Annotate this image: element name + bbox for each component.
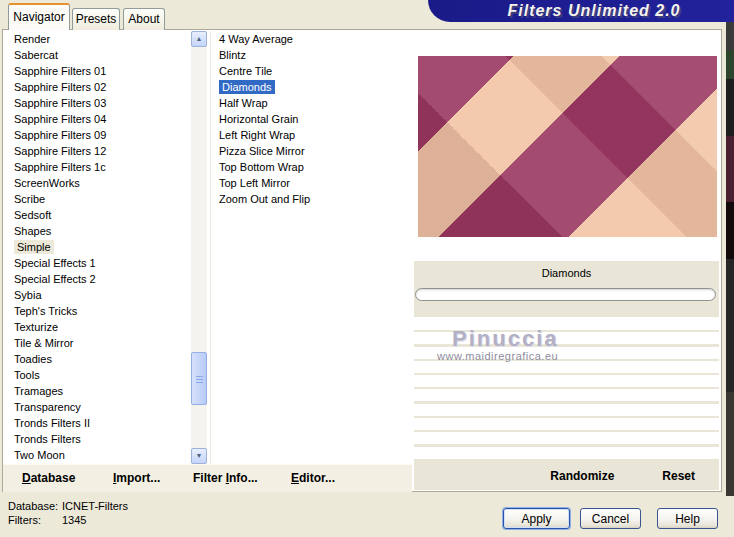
- list-item[interactable]: 4 Way Average: [213, 31, 408, 47]
- menu-bar: DatabaseImport...Filter Info...Editor...: [3, 464, 412, 492]
- reset-button[interactable]: Reset: [662, 469, 695, 483]
- status-database-label: Database:: [8, 500, 58, 512]
- list-item[interactable]: Tools: [8, 367, 190, 383]
- menu-item-import[interactable]: Import...: [113, 471, 160, 485]
- status-database-value: ICNET-Filters: [62, 500, 128, 512]
- scroll-up-icon[interactable]: ▲: [191, 31, 207, 47]
- status-filters: Filters: 1345: [8, 514, 41, 526]
- list-item[interactable]: Simple: [8, 239, 190, 255]
- title-banner: Filters Unlimited 2.0: [428, 0, 734, 22]
- category-list-scrollbar[interactable]: ▲ ▼: [191, 31, 207, 464]
- menu-item-editor[interactable]: Editor...: [291, 471, 335, 485]
- apply-button[interactable]: Apply: [503, 508, 570, 529]
- cancel-button[interactable]: Cancel: [580, 508, 641, 529]
- list-item[interactable]: Render: [8, 31, 190, 47]
- menu-item-filter-info[interactable]: Filter Info...: [193, 471, 258, 485]
- status-filters-value: 1345: [62, 514, 86, 526]
- list-item[interactable]: Shapes: [8, 223, 190, 239]
- list-item[interactable]: Sedsoft: [8, 207, 190, 223]
- scrollbar-thumb[interactable]: [191, 352, 207, 405]
- tab-about[interactable]: About: [123, 8, 165, 30]
- tab-presets[interactable]: Presets: [72, 8, 120, 30]
- list-item[interactable]: Tile & Mirror: [8, 335, 190, 351]
- list-item[interactable]: Tronds Filters: [8, 431, 190, 447]
- list-item[interactable]: Sapphire Filters 09: [8, 127, 190, 143]
- filter-control-block: Diamonds: [414, 261, 719, 317]
- list-item[interactable]: ScreenWorks: [8, 175, 190, 191]
- menu-item-database[interactable]: Database: [22, 471, 75, 485]
- list-item[interactable]: Special Effects 2: [8, 271, 190, 287]
- list-item[interactable]: Sapphire Filters 02: [8, 79, 190, 95]
- list-item[interactable]: Sapphire Filters 04: [8, 111, 190, 127]
- background-window-edge: [726, 22, 734, 496]
- list-item[interactable]: Sabercat: [8, 47, 190, 63]
- list-item[interactable]: Zoom Out and Flip: [213, 191, 408, 207]
- list-item[interactable]: Sapphire Filters 1c: [8, 159, 190, 175]
- list-item[interactable]: Sapphire Filters 03: [8, 95, 190, 111]
- scroll-down-icon[interactable]: ▼: [191, 448, 207, 464]
- list-item[interactable]: Special Effects 1: [8, 255, 190, 271]
- list-item[interactable]: Top Bottom Wrap: [213, 159, 408, 175]
- status-filters-label: Filters:: [8, 514, 41, 526]
- list-separator: [210, 31, 211, 464]
- watermark-text: Pinuccia: [452, 326, 558, 352]
- list-item[interactable]: Top Left Mirror: [213, 175, 408, 191]
- list-item[interactable]: Horizontal Grain: [213, 111, 408, 127]
- list-item[interactable]: Pizza Slice Mirror: [213, 143, 408, 159]
- randomize-button[interactable]: Randomize: [550, 469, 614, 483]
- list-item[interactable]: Half Wrap: [213, 95, 408, 111]
- filter-parameter-slider[interactable]: [415, 288, 716, 301]
- list-item[interactable]: Toadies: [8, 351, 190, 367]
- window-title: Filters Unlimited 2.0: [481, 2, 680, 20]
- list-item[interactable]: Blintz: [213, 47, 408, 63]
- selected-filter-name: Diamonds: [414, 261, 719, 286]
- list-item[interactable]: Sapphire Filters 12: [8, 143, 190, 159]
- list-item[interactable]: Scribe: [8, 191, 190, 207]
- filter-list[interactable]: 4 Way AverageBlintzCentre TileDiamondsHa…: [213, 31, 408, 464]
- list-item[interactable]: Diamonds: [213, 79, 408, 95]
- list-item[interactable]: Sapphire Filters 01: [8, 63, 190, 79]
- status-database: Database: ICNET-Filters: [8, 500, 58, 512]
- tab-navigator[interactable]: Navigator: [8, 3, 70, 30]
- watermark-url: www.maidiregrafica.eu: [437, 350, 558, 362]
- category-list[interactable]: RenderSabercatSapphire Filters 01Sapphir…: [8, 31, 190, 464]
- filter-preview-image: [418, 56, 717, 237]
- list-item[interactable]: Teph's Tricks: [8, 303, 190, 319]
- list-item[interactable]: Tronds Filters II: [8, 415, 190, 431]
- list-item[interactable]: Left Right Wrap: [213, 127, 408, 143]
- list-item[interactable]: Centre Tile: [213, 63, 408, 79]
- list-item[interactable]: Two Moon: [8, 447, 190, 463]
- list-item[interactable]: Tramages: [8, 383, 190, 399]
- list-item[interactable]: Sybia: [8, 287, 190, 303]
- help-button[interactable]: Help: [657, 508, 718, 529]
- list-item[interactable]: Transparency: [8, 399, 190, 415]
- list-item[interactable]: Texturize: [8, 319, 190, 335]
- preview-footer: Randomize Reset: [414, 461, 719, 490]
